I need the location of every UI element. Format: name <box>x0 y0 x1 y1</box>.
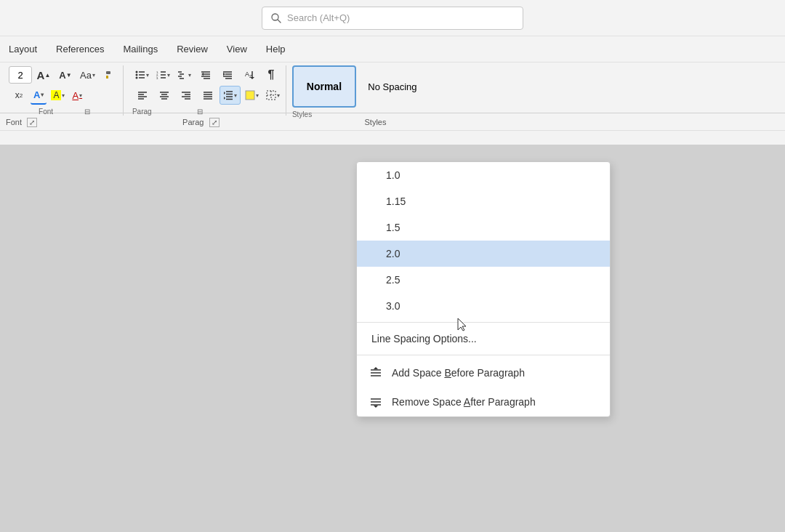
line-spacing-icon <box>223 90 233 100</box>
svg-point-5 <box>135 74 137 76</box>
sort-icon: A Z <box>244 70 254 80</box>
add-space-before[interactable]: Add Space Before Paragraph <box>357 358 610 387</box>
svg-text:3.: 3. <box>156 76 158 79</box>
font-group: A▲ A▼ Aa▾ x2 A▾ A▾ A▾ Font ⊟ <box>6 65 124 116</box>
ruler <box>0 131 785 145</box>
style-normal-label: Normal <box>307 81 342 92</box>
styles-label: Styles <box>292 110 779 118</box>
svg-marker-63 <box>374 367 378 369</box>
svg-rect-3 <box>106 76 108 78</box>
format-paint-button[interactable] <box>100 65 120 84</box>
menu-layout[interactable]: Layout <box>0 39 46 59</box>
style-normal[interactable]: Normal <box>292 65 356 108</box>
paragraph-group: ▾ 1. 2. 3. ▾ <box>129 65 286 116</box>
dropdown-divider-2 <box>357 355 610 355</box>
line-spacing-button[interactable]: ▾ <box>220 86 241 105</box>
align-center-icon <box>159 91 169 100</box>
align-right-button[interactable] <box>176 86 196 105</box>
spacing-1-0[interactable]: 1.0 <box>357 162 610 188</box>
font-underline-button[interactable]: A▾ <box>69 86 85 105</box>
decrease-indent-button[interactable] <box>196 65 216 84</box>
numbered-list-icon: 1. 2. 3. <box>156 70 166 79</box>
justify-button[interactable] <box>198 86 218 105</box>
font-section-label: Font ⤢ <box>6 118 37 126</box>
svg-marker-24 <box>201 73 204 76</box>
title-bar: Search (Alt+Q) <box>0 0 785 36</box>
search-box[interactable]: Search (Alt+Q) <box>262 7 523 30</box>
align-center-button[interactable] <box>154 86 174 105</box>
style-no-spacing-label: No Spacing <box>368 81 416 92</box>
spacing-3-0[interactable]: 3.0 <box>357 293 610 319</box>
paragraph-expand-button[interactable]: ⤢ <box>209 118 220 127</box>
subscript-button[interactable]: x2 <box>9 86 29 105</box>
ribbon: A▲ A▼ Aa▾ x2 A▾ A▾ A▾ Font ⊟ <box>0 63 785 113</box>
align-left-icon <box>137 91 148 100</box>
shading-icon <box>245 90 255 100</box>
line-spacing-options[interactable]: Line Spacing Options... <box>357 326 610 352</box>
svg-marker-55 <box>224 97 225 100</box>
svg-point-6 <box>135 77 137 79</box>
remove-space-after[interactable]: Remove Space After Paragraph <box>357 387 610 416</box>
numbered-list-button[interactable]: 1. 2. 3. ▾ <box>153 65 173 84</box>
justify-icon <box>203 91 213 100</box>
borders-icon <box>266 90 276 100</box>
format-paint-icon <box>105 70 115 80</box>
font-shrink-button[interactable]: A▼ <box>55 65 76 84</box>
paragraph-expand-icon[interactable]: ⊟ <box>197 108 203 116</box>
menu-review[interactable]: Review <box>168 39 217 59</box>
font-color-button[interactable]: A▾ <box>31 86 47 105</box>
add-space-before-label: Add Space Before Paragraph <box>392 367 525 379</box>
menu-bar: Layout References Mailings Review View H… <box>0 36 785 63</box>
svg-line-1 <box>278 20 281 23</box>
paragraph-label: Parag ⊟ <box>132 108 283 116</box>
menu-mailings[interactable]: Mailings <box>115 39 167 59</box>
sort-button[interactable]: A Z <box>239 65 259 84</box>
search-icon <box>271 13 281 23</box>
spacing-2-5[interactable]: 2.5 <box>357 267 610 293</box>
dropdown-divider-1 <box>357 322 610 323</box>
bullet-list-icon <box>135 70 145 79</box>
spacing-1-15[interactable]: 1.15 <box>357 188 610 214</box>
shading-button[interactable]: ▾ <box>242 86 262 105</box>
paragraph-section-label: Parag ⤢ <box>182 118 219 126</box>
align-left-button[interactable] <box>132 86 153 105</box>
search-placeholder: Search (Alt+Q) <box>287 12 350 23</box>
bullet-list-button[interactable]: ▾ <box>132 65 152 84</box>
svg-marker-29 <box>223 73 225 76</box>
decrease-indent-icon <box>201 70 211 79</box>
svg-rect-56 <box>246 91 254 100</box>
styles-section-label: Styles <box>365 118 387 126</box>
svg-rect-2 <box>106 71 110 74</box>
style-no-spacing[interactable]: No Spacing <box>361 65 424 108</box>
add-space-before-icon <box>369 366 383 380</box>
spacing-2-0[interactable]: 2.0 <box>357 241 610 267</box>
font-expand-icon[interactable]: ⊟ <box>84 108 90 116</box>
font-grow-button[interactable]: A▲ <box>33 65 54 84</box>
aa-button[interactable]: Aa▾ <box>77 65 98 84</box>
svg-marker-67 <box>374 406 378 408</box>
line-spacing-dropdown: 1.0 1.15 1.5 2.0 2.5 3.0 Line Spacing Op… <box>356 161 611 417</box>
increase-indent-button[interactable] <box>217 65 238 84</box>
menu-help[interactable]: Help <box>257 39 294 59</box>
multilevel-list-button[interactable]: ▾ <box>174 65 194 84</box>
show-marks-button[interactable]: ¶ <box>261 65 281 84</box>
menu-references[interactable]: References <box>47 39 113 59</box>
styles-section: Normal No Spacing Styles <box>292 65 779 118</box>
svg-point-4 <box>135 71 137 73</box>
font-label: Font ⊟ <box>9 108 120 116</box>
font-size-input[interactable] <box>9 66 32 84</box>
borders-button[interactable]: ▾ <box>263 86 283 105</box>
align-right-icon <box>181 91 191 100</box>
spacing-1-5[interactable]: 1.5 <box>357 214 610 241</box>
remove-space-after-icon <box>369 395 383 409</box>
menu-view[interactable]: View <box>218 39 256 59</box>
multilevel-list-icon <box>177 70 188 79</box>
increase-indent-icon <box>222 70 233 79</box>
highlight-color-button[interactable]: A▾ <box>48 86 68 105</box>
svg-marker-54 <box>224 92 225 94</box>
remove-space-after-label: Remove Space After Paragraph <box>392 396 536 408</box>
font-expand-button[interactable]: ⤢ <box>27 118 37 127</box>
